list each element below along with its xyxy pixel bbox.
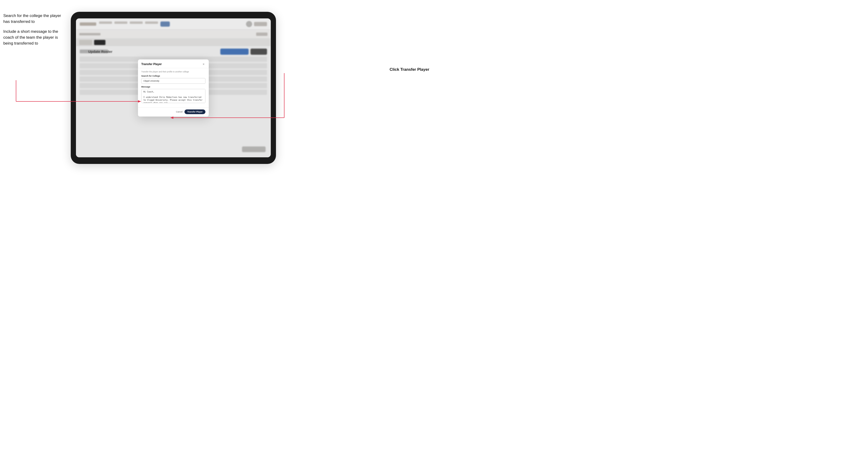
message-label: Message <box>141 86 206 88</box>
modal-close-button[interactable]: × <box>202 62 206 66</box>
right-annotation: Click Transfer Player <box>390 67 429 72</box>
transfer-player-button[interactable]: Transfer Player <box>184 110 206 114</box>
annotation-message-text: Include a short message to the coach of … <box>3 29 67 46</box>
modal-subtitle: Transfer the player and their profile to… <box>141 70 206 73</box>
annotation-search-text: Search for the college the player has tr… <box>3 13 67 25</box>
transfer-player-modal: Transfer Player × Transfer the player an… <box>138 59 209 117</box>
modal-body: Transfer the player and their profile to… <box>138 68 209 107</box>
search-college-input[interactable] <box>141 78 206 84</box>
modal-overlay: Transfer Player × Transfer the player an… <box>76 19 271 157</box>
annotation-click-prefix: Click <box>390 67 400 72</box>
modal-footer: Cancel Transfer Player <box>138 107 209 117</box>
modal-title: Transfer Player <box>141 63 162 66</box>
search-college-label: Search for College <box>141 75 206 77</box>
annotation-transfer-player-label: Transfer Player <box>400 67 429 72</box>
cancel-button[interactable]: Cancel <box>176 111 183 113</box>
message-textarea[interactable]: Hi Coach, I understand Chris Robertson h… <box>141 89 206 103</box>
left-annotation: Search for the college the player has tr… <box>3 13 67 51</box>
modal-header: Transfer Player × <box>138 59 209 68</box>
ipad-screen: Update Roster Transfer Player × Transfer… <box>76 19 271 157</box>
ipad-frame: Update Roster Transfer Player × Transfer… <box>71 12 276 164</box>
